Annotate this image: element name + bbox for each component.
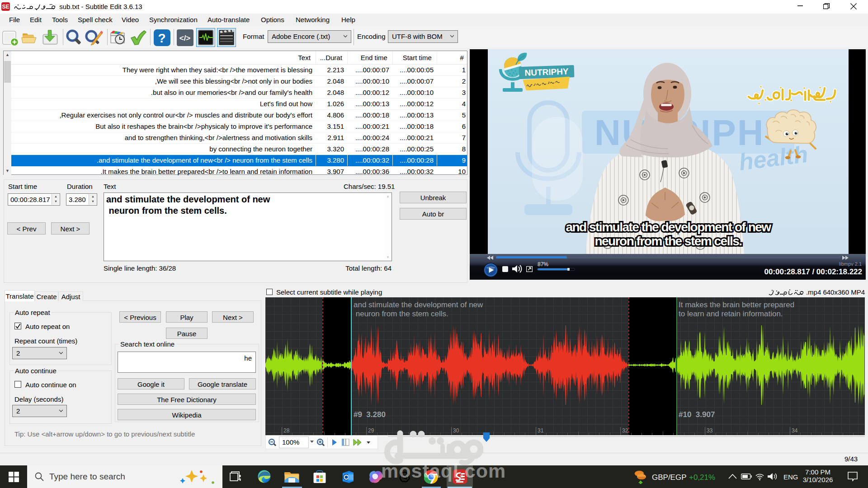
svg-text:?: ?: [158, 31, 165, 45]
svg-text:SE: SE: [2, 4, 9, 10]
svg-text:NUTRIPHY: NUTRIPHY: [524, 66, 569, 77]
svg-text:neuron from the stem cells.: neuron from the stem cells.: [594, 234, 741, 248]
svg-text:and stimulate the development: and stimulate the development of new: [566, 220, 771, 234]
svg-text:</>: </>: [179, 34, 191, 42]
